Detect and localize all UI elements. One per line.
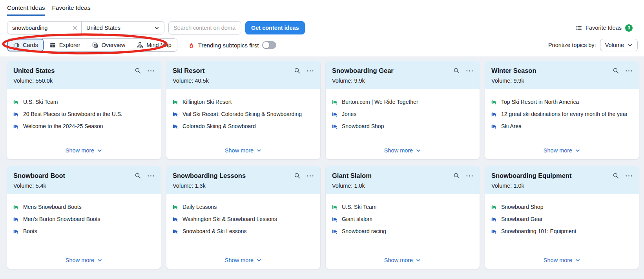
topic-card: Snowboarding Gear Volume: 9.9k Burton.co… bbox=[326, 61, 480, 159]
idea-list: Killington Ski ResortVail Ski Resort: Co… bbox=[173, 99, 314, 135]
keyword-input[interactable] bbox=[11, 24, 69, 31]
country-select-value: United States bbox=[86, 25, 151, 31]
megaphone-icon bbox=[13, 99, 19, 105]
topic-volume: Volume: 40.5k bbox=[173, 78, 314, 84]
idea-row: Washington Ski & Snowboard Lessons bbox=[173, 216, 314, 222]
topic-card-header: Ski Resort Volume: 40.5k bbox=[166, 61, 320, 89]
chevron-down-icon bbox=[256, 257, 262, 263]
more-options-icon[interactable] bbox=[147, 175, 155, 177]
idea-row: Ski Area bbox=[491, 123, 633, 129]
idea-headline[interactable]: Snowboard racing bbox=[342, 228, 386, 234]
idea-list: U.S. Ski Team20 Best Places to Snowboard… bbox=[13, 99, 155, 135]
topic-card: Snowboard Boot Volume: 5.4k Mens Snowboa… bbox=[7, 166, 161, 269]
topic-title: Ski Resort bbox=[173, 67, 288, 74]
idea-headline[interactable]: U.S. Ski Team bbox=[23, 99, 58, 105]
get-content-ideas-button[interactable]: Get content ideas bbox=[245, 21, 305, 34]
idea-headline[interactable]: U.S. Ski Team bbox=[342, 204, 376, 210]
megaphone-icon bbox=[332, 216, 338, 222]
show-more-button[interactable]: Show more bbox=[384, 257, 421, 263]
megaphone-icon bbox=[13, 123, 19, 129]
idea-row: Men's Burton Snowboard Boots bbox=[13, 216, 155, 222]
idea-headline[interactable]: 20 Best Places to Snowboard in the U.S. bbox=[23, 111, 122, 117]
topic-volume: Volume: 1.3k bbox=[173, 183, 314, 189]
megaphone-icon bbox=[173, 216, 179, 222]
more-options-icon[interactable] bbox=[625, 70, 633, 72]
idea-headline[interactable]: Welcome to the 2024-25 Season bbox=[23, 123, 103, 129]
show-more-button[interactable]: Show more bbox=[225, 147, 262, 154]
topic-title: United States bbox=[13, 67, 129, 74]
megaphone-icon bbox=[13, 228, 19, 234]
keyword-clear-icon[interactable] bbox=[73, 25, 77, 30]
search-topic-icon[interactable] bbox=[135, 67, 141, 74]
idea-list: U.S. Ski TeamGiant slalomSnowboard racin… bbox=[332, 204, 473, 240]
more-options-icon[interactable] bbox=[466, 175, 473, 177]
idea-headline[interactable]: Snowboard Shop bbox=[342, 123, 384, 129]
show-more-button[interactable]: Show more bbox=[384, 147, 421, 154]
idea-row: Jones bbox=[332, 111, 473, 117]
more-options-icon[interactable] bbox=[466, 70, 473, 72]
view-mode-overview[interactable]: Overview bbox=[86, 39, 131, 51]
more-options-icon[interactable] bbox=[147, 70, 155, 72]
show-more-button[interactable]: Show more bbox=[544, 147, 580, 154]
domain-search-input[interactable] bbox=[168, 21, 241, 34]
idea-headline[interactable]: Giant slalom bbox=[342, 216, 372, 222]
more-options-icon[interactable] bbox=[306, 175, 314, 177]
idea-headline[interactable]: Burton.com | We Ride Together bbox=[342, 99, 418, 105]
show-more-button[interactable]: Show more bbox=[66, 257, 102, 263]
idea-headline[interactable]: Snowboard Shop bbox=[501, 204, 543, 210]
show-more-label: Show more bbox=[225, 147, 254, 154]
chevron-down-icon bbox=[416, 148, 421, 153]
idea-headline[interactable]: Colorado Skiing & Snowboard bbox=[182, 123, 256, 129]
tab-favorite-ideas[interactable]: Favorite Ideas bbox=[52, 0, 91, 16]
topic-card-body: Snowboard ShopSnowboard GearSnowboarding… bbox=[485, 194, 639, 269]
idea-headline[interactable]: Killington Ski Resort bbox=[182, 99, 232, 105]
topic-card: United States Volume: 550.0k U.S. Ski Te… bbox=[7, 61, 161, 159]
view-mode-mind-map[interactable]: Mind Map bbox=[131, 39, 177, 51]
more-options-icon[interactable] bbox=[625, 175, 633, 177]
idea-headline[interactable]: Top Ski Resort in North America bbox=[501, 99, 579, 105]
country-select[interactable]: United States bbox=[82, 22, 164, 34]
tab-content-ideas[interactable]: Content Ideas bbox=[7, 0, 45, 16]
search-topic-icon[interactable] bbox=[613, 67, 619, 74]
idea-headline[interactable]: Men's Burton Snowboard Boots bbox=[23, 216, 100, 222]
more-options-icon[interactable] bbox=[306, 70, 314, 72]
idea-headline[interactable]: Mens Snowboard Boots bbox=[23, 204, 82, 210]
megaphone-icon bbox=[13, 111, 19, 117]
idea-row: 12 great ski destinations for every mont… bbox=[491, 111, 633, 117]
topic-card-body: U.S. Ski Team20 Best Places to Snowboard… bbox=[7, 89, 161, 159]
idea-headline[interactable]: Snowboarding 101: Equipment bbox=[501, 228, 576, 234]
idea-headline[interactable]: 12 great ski destinations for every mont… bbox=[501, 111, 628, 117]
chevron-down-icon bbox=[97, 148, 102, 153]
idea-row: Giant slalom bbox=[332, 216, 473, 222]
favorite-ideas-link[interactable]: Favorite Ideas 3 bbox=[575, 24, 633, 32]
topic-volume: Volume: 1.0k bbox=[491, 183, 633, 189]
view-mode-explorer[interactable]: Explorer bbox=[44, 39, 86, 51]
idea-headline[interactable]: Daily Lessons bbox=[182, 204, 217, 210]
search-topic-icon[interactable] bbox=[135, 172, 141, 179]
trending-toggle[interactable] bbox=[262, 41, 276, 49]
idea-row: U.S. Ski Team bbox=[13, 99, 155, 105]
idea-headline[interactable]: Vail Ski Resort: Colorado Skiing & Snowb… bbox=[182, 111, 302, 117]
idea-headline[interactable]: Boots bbox=[23, 228, 37, 234]
idea-headline[interactable]: Washington Ski & Snowboard Lessons bbox=[182, 216, 277, 222]
view-mode-switcher: CardsExplorerOverviewMind Map bbox=[7, 38, 177, 52]
idea-headline[interactable]: Snowboard & Ski Lessons bbox=[182, 228, 246, 234]
prioritize-select[interactable]: Volume bbox=[600, 39, 638, 51]
prioritize-topics-label: Prioritize topics by: bbox=[548, 42, 596, 48]
idea-headline[interactable]: Snowboard Gear bbox=[501, 216, 543, 222]
search-topic-icon[interactable] bbox=[294, 172, 301, 179]
idea-headline[interactable]: Ski Area bbox=[501, 123, 522, 129]
megaphone-icon bbox=[332, 123, 338, 129]
search-topic-icon[interactable] bbox=[613, 172, 619, 179]
idea-headline[interactable]: Jones bbox=[342, 111, 356, 117]
search-topic-icon[interactable] bbox=[294, 67, 301, 74]
show-more-button[interactable]: Show more bbox=[544, 257, 580, 263]
show-more-button[interactable]: Show more bbox=[66, 147, 102, 154]
search-topic-icon[interactable] bbox=[453, 67, 460, 74]
chevron-down-icon bbox=[256, 148, 262, 153]
topic-title: Giant Slalom bbox=[332, 172, 447, 179]
search-topic-icon[interactable] bbox=[453, 172, 460, 179]
show-more-button[interactable]: Show more bbox=[225, 257, 262, 263]
view-mode-cards[interactable]: Cards bbox=[7, 39, 44, 51]
idea-row: Mens Snowboard Boots bbox=[13, 204, 155, 210]
